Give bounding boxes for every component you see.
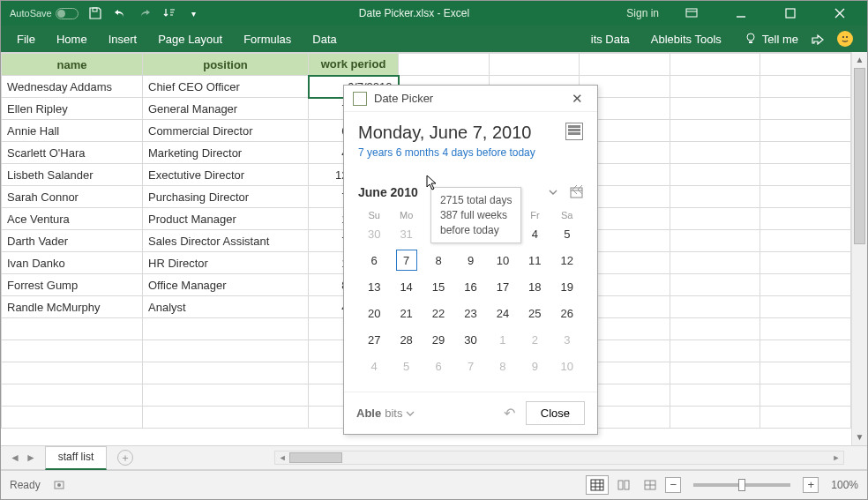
calendar-day[interactable]: 13 [358,273,390,300]
tellme[interactable]: Tell me [745,33,798,46]
ribbon-display-icon[interactable] [675,1,708,26]
maximize-button[interactable] [774,1,807,26]
cell[interactable] [143,340,309,362]
zoom-slider[interactable] [693,483,790,487]
next-sheet-icon[interactable]: ► [26,451,36,464]
cell[interactable]: Analyst [143,296,309,318]
cell[interactable] [2,407,143,429]
calendar-day[interactable]: 6 [423,353,454,379]
share-icon[interactable] [811,33,825,45]
calendar-day[interactable]: 5 [390,353,422,379]
cell[interactable]: Lisbeth Salander [2,164,143,186]
calendar-day[interactable]: 18 [519,273,550,300]
cell[interactable]: Commercial Director [143,120,309,142]
sort-icon[interactable] [161,5,177,21]
cell[interactable]: Marketing Director [143,142,309,164]
cell[interactable]: Ivan Danko [2,252,143,274]
calendar-day[interactable]: 22 [423,300,454,326]
tab-data[interactable]: Data [302,26,347,52]
cell[interactable]: Office Manager [143,274,309,296]
cell[interactable]: Randle McMurphy [2,296,143,318]
sheet-tab[interactable]: staff list [45,446,107,470]
calendar-day[interactable]: 23 [454,300,486,326]
calendar-day[interactable]: 4 [519,220,550,247]
calendar-day[interactable]: 20 [358,300,390,326]
calendar-day[interactable]: 11 [519,247,550,273]
calendar-day[interactable]: 28 [390,326,422,353]
undo-icon[interactable]: ↶ [504,405,515,422]
calendar-day[interactable]: 14 [390,273,422,300]
cell[interactable]: Ellen Ripley [2,98,143,120]
calendar-day[interactable]: 30 [454,326,486,353]
datepicker-diff-text[interactable]: 7 years 6 months 4 days before today [358,146,583,159]
minimize-button[interactable] [724,1,758,26]
calendar-day[interactable]: 5 [551,220,583,247]
calendar-day[interactable]: 12 [551,247,583,273]
calendar-day[interactable]: 2 [519,326,550,353]
redo-icon[interactable] [137,5,153,21]
page-break-view-icon[interactable] [639,475,662,495]
close-button[interactable] [823,1,857,26]
calendar-day[interactable]: 27 [358,326,390,353]
ablebits-brand[interactable]: Ablebits [356,407,415,420]
calculator-icon[interactable] [565,123,583,140]
calendar-day[interactable]: 9 [454,247,486,273]
calendar-day[interactable]: 7 [390,247,422,273]
col-header[interactable]: position [143,54,309,76]
calendar-day[interactable]: 26 [551,300,583,326]
col-header[interactable]: work period [309,54,399,76]
calendar-day[interactable]: 25 [519,300,550,326]
cell[interactable]: Wednesday Addams [2,76,143,98]
calendar-day[interactable]: 30 [358,220,390,247]
cell[interactable] [2,384,143,407]
calendar-day[interactable]: 3 [551,326,583,353]
zoom-out-button[interactable]: − [665,477,681,493]
month-dropdown-icon[interactable] [547,186,559,198]
calendar-day[interactable]: 31 [390,220,422,247]
feedback-smiley-icon[interactable] [837,31,853,47]
cell[interactable] [2,362,143,384]
cell[interactable]: Scarlett O'Hara [2,142,143,164]
col-header[interactable]: name [2,54,143,76]
calendar-day[interactable]: 1 [487,326,519,353]
calendar-day[interactable]: 7 [454,353,486,379]
vertical-scrollbar[interactable]: ▲ ▼ [851,52,867,445]
tab-ablebits-tools[interactable]: Ablebits Tools [640,33,732,46]
tab-insert[interactable]: Insert [98,26,148,52]
calendar-day[interactable]: 19 [551,273,583,300]
normal-view-icon[interactable] [586,475,609,495]
cell[interactable]: Product Manager [143,208,309,230]
autosave-toggle[interactable]: AutoSave [10,8,79,19]
calendar-day[interactable]: 24 [487,300,519,326]
calendar-day[interactable]: 29 [423,326,454,353]
cell[interactable]: General Manager [143,98,309,120]
signin-link[interactable]: Sign in [626,7,659,19]
cell[interactable] [2,318,143,340]
tab-page-layout[interactable]: Page Layout [147,26,233,52]
two-pane-icon[interactable] [571,184,585,195]
zoom-in-button[interactable]: + [803,477,819,493]
calendar-day[interactable]: 6 [358,247,390,273]
calendar-day[interactable]: 21 [390,300,422,326]
cell[interactable] [143,407,309,429]
calendar-day[interactable]: 4 [358,353,390,379]
cell[interactable]: Darth Vader [2,230,143,252]
tab-formulas[interactable]: Formulas [233,26,302,52]
cell[interactable] [143,362,309,384]
cell[interactable]: Forrest Gump [2,274,143,296]
horizontal-scrollbar[interactable]: ◄► [274,451,844,465]
calendar-day[interactable]: 8 [487,353,519,379]
cell[interactable]: Annie Hall [2,120,143,142]
month-label[interactable]: June 2010 [358,185,418,199]
cell[interactable]: Chief CEO Officer [143,76,309,98]
save-icon[interactable] [87,5,103,21]
cell[interactable]: Exectutive Director [143,164,309,186]
page-layout-view-icon[interactable] [612,475,635,495]
macro-record-icon[interactable] [53,479,65,491]
calendar-day[interactable]: 10 [551,353,583,379]
cell[interactable]: Purchasing Director [143,186,309,208]
calendar-day[interactable]: 9 [519,353,550,379]
prev-sheet-icon[interactable]: ◄ [10,451,20,464]
tab-home[interactable]: Home [46,26,98,52]
tab-its-data[interactable]: its Data [580,33,640,46]
